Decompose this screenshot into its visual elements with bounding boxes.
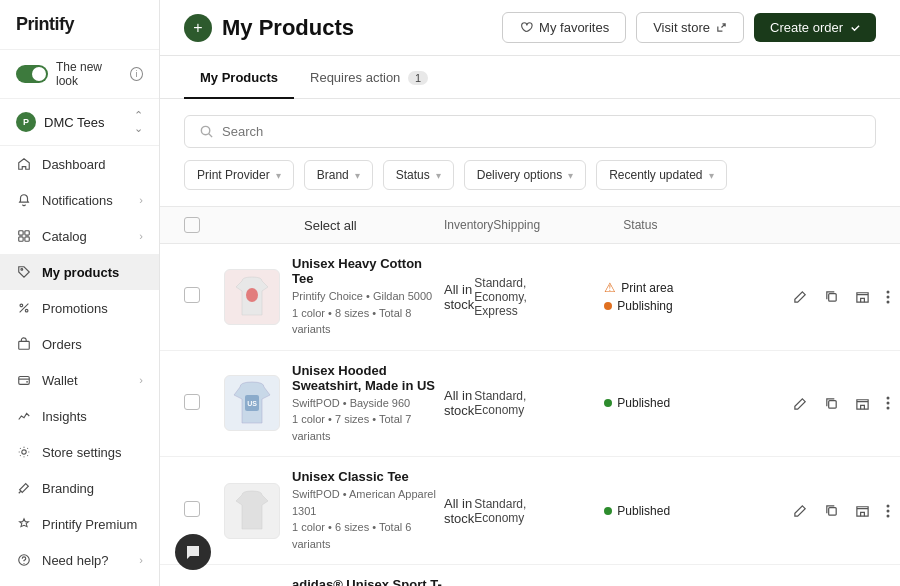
sidebar-item-printify-premium[interactable]: Printify Premium — [0, 506, 159, 542]
sidebar-item-orders[interactable]: Orders — [0, 326, 159, 362]
grid-icon — [16, 228, 32, 244]
info-icon[interactable]: i — [130, 67, 143, 81]
chevron-down-icon: ▾ — [436, 170, 441, 181]
print-provider-filter[interactable]: Print Provider ▾ — [184, 160, 294, 190]
brand-filter[interactable]: Brand ▾ — [304, 160, 373, 190]
svg-rect-6 — [19, 341, 30, 349]
wallet-icon — [16, 372, 32, 388]
logo: Printify — [0, 0, 159, 50]
store-button[interactable] — [851, 499, 874, 522]
new-look-toggle-row: The new look i — [0, 50, 159, 99]
sidebar-item-my-products[interactable]: My products — [0, 254, 159, 290]
help-icon — [16, 552, 32, 568]
svg-point-13 — [246, 288, 258, 302]
my-favorites-button[interactable]: My favorites — [502, 12, 626, 43]
sidebar-item-resources[interactable]: Resources › — [0, 578, 159, 586]
visit-store-button[interactable]: Visit store — [636, 12, 744, 43]
store-name: DMC Tees — [44, 115, 104, 130]
recently-updated-filter[interactable]: Recently updated ▾ — [596, 160, 726, 190]
more-options-button[interactable] — [882, 392, 894, 414]
percent-icon — [16, 300, 32, 316]
brush-icon — [16, 480, 32, 496]
shipping-header: Shipping — [493, 218, 623, 232]
sidebar-item-catalog[interactable]: Catalog › — [0, 218, 159, 254]
svg-point-17 — [887, 300, 890, 303]
chevron-right-icon: › — [139, 374, 143, 386]
product-variants: 1 color • 7 sizes • Total 7 variants — [292, 411, 444, 444]
status-cell: Published — [604, 504, 734, 518]
store-selector[interactable]: P DMC Tees ⌃⌄ — [0, 99, 159, 146]
sidebar: Printify The new look i P DMC Tees ⌃⌄ Da… — [0, 0, 160, 586]
store-button[interactable] — [851, 285, 874, 308]
chevron-down-icon: ▾ — [709, 170, 714, 181]
inventory-header: Inventory — [444, 218, 493, 232]
search-icon — [199, 124, 214, 139]
chevron-down-icon: ▾ — [355, 170, 360, 181]
tag-icon — [16, 264, 32, 280]
bell-icon — [16, 192, 32, 208]
select-all-checkbox[interactable] — [184, 217, 200, 233]
tab-requires-action[interactable]: Requires action 1 — [294, 56, 444, 99]
svg-point-21 — [887, 397, 890, 400]
home-icon — [16, 156, 32, 172]
sidebar-item-insights[interactable]: Insights — [0, 398, 159, 434]
inventory-cell: All in stock — [444, 496, 474, 526]
edit-button[interactable] — [789, 392, 812, 415]
row-checkbox[interactable] — [184, 287, 200, 303]
product-provider: Printify Choice • Gildan 5000 — [292, 288, 444, 305]
svg-rect-1 — [25, 231, 29, 235]
add-product-button[interactable]: + — [184, 14, 212, 42]
box-icon — [16, 336, 32, 352]
search-input[interactable] — [222, 124, 861, 139]
more-options-button[interactable] — [882, 500, 894, 522]
sidebar-item-notifications[interactable]: Notifications › — [0, 182, 159, 218]
sidebar-item-label: Branding — [42, 481, 94, 496]
status-header: Status — [623, 218, 753, 232]
svg-point-15 — [887, 290, 890, 293]
chat-button[interactable] — [175, 534, 211, 570]
edit-button[interactable] — [789, 285, 812, 308]
svg-point-12 — [201, 126, 209, 134]
new-look-label: The new look — [56, 60, 122, 88]
svg-point-8 — [26, 381, 28, 383]
svg-point-9 — [22, 450, 26, 454]
sidebar-item-label: My products — [42, 265, 119, 280]
product-info: Unisex Classic Tee SwiftPOD • American A… — [280, 469, 444, 552]
filters-section: Print Provider ▾ Brand ▾ Status ▾ Delive… — [160, 99, 900, 207]
sidebar-item-promotions[interactable]: Promotions — [0, 290, 159, 326]
store-button[interactable] — [851, 392, 874, 415]
sidebar-item-branding[interactable]: Branding — [0, 470, 159, 506]
chevron-down-icon: ▾ — [276, 170, 281, 181]
requires-action-badge: 1 — [408, 71, 428, 85]
duplicate-button[interactable] — [820, 499, 843, 522]
sidebar-item-store-settings[interactable]: Store settings — [0, 434, 159, 470]
create-order-button[interactable]: Create order — [754, 13, 876, 42]
product-info: Unisex Heavy Cotton Tee Printify Choice … — [280, 256, 444, 338]
sidebar-item-need-help[interactable]: Need help? › — [0, 542, 159, 578]
row-checkbox[interactable] — [184, 501, 200, 517]
chevron-right-icon: › — [139, 554, 143, 566]
sidebar-item-label: Orders — [42, 337, 82, 352]
status-badge-published: Published — [604, 504, 734, 518]
status-filter[interactable]: Status ▾ — [383, 160, 454, 190]
sidebar-item-label: Dashboard — [42, 157, 106, 172]
sidebar-item-dashboard[interactable]: Dashboard — [0, 146, 159, 182]
duplicate-button[interactable] — [820, 392, 843, 415]
product-provider: SwiftPOD • Bayside 960 — [292, 395, 444, 412]
duplicate-button[interactable] — [820, 285, 843, 308]
tab-my-products[interactable]: My Products — [184, 56, 294, 99]
svg-point-22 — [887, 402, 890, 405]
more-options-button[interactable] — [882, 286, 894, 308]
row-actions — [734, 285, 894, 308]
delivery-options-filter[interactable]: Delivery options ▾ — [464, 160, 586, 190]
sidebar-item-wallet[interactable]: Wallet › — [0, 362, 159, 398]
product-name: Unisex Hooded Sweatshirt, Made in US — [292, 363, 444, 393]
product-name: Unisex Classic Tee — [292, 469, 444, 484]
edit-button[interactable] — [789, 499, 812, 522]
svg-rect-14 — [829, 294, 837, 302]
new-look-toggle[interactable] — [16, 65, 48, 83]
row-actions — [734, 499, 894, 522]
row-checkbox[interactable] — [184, 394, 200, 410]
row-actions — [734, 392, 894, 415]
svg-point-4 — [20, 304, 23, 307]
